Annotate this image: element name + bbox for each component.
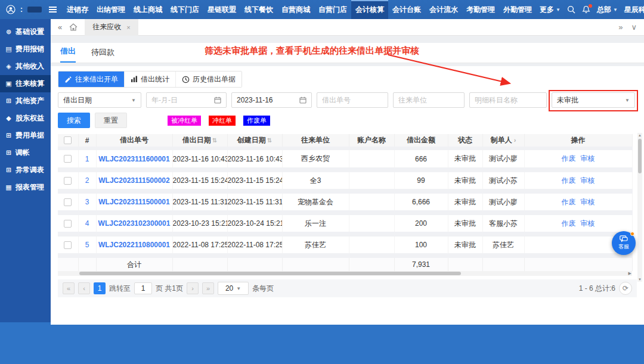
row-action-audit[interactable]: 审核 — [581, 176, 595, 185]
row-index-link[interactable]: 3 — [85, 198, 89, 206]
sort-icon[interactable]: ⇅ — [212, 137, 217, 144]
sidebar-item-2[interactable]: ◈其他收入 — [0, 58, 51, 75]
chevron-down-icon: ▼ — [613, 7, 618, 13]
unit-input[interactable] — [393, 92, 465, 108]
last-page-button[interactable]: » — [202, 282, 214, 294]
topnav-item-5[interactable]: 线下餐饮 — [240, 0, 277, 19]
sidebar-item-6[interactable]: ⊞费用单据 — [0, 127, 51, 144]
topnav-item-6[interactable]: 自营商城 — [277, 0, 314, 19]
prev-page-button[interactable]: ‹ — [78, 282, 90, 294]
notification-bell-icon[interactable] — [582, 5, 590, 14]
sidebar-item-9[interactable]: ▦报表管理 — [0, 179, 51, 196]
sidebar-item-5[interactable]: ◆股东权益 — [0, 110, 51, 127]
status-select[interactable]: 未审批 ▼ — [552, 92, 635, 108]
more-menu[interactable]: 更多▼ — [540, 5, 561, 15]
page-jump-input[interactable] — [134, 282, 152, 294]
bill-no-input[interactable] — [317, 92, 388, 108]
bill-no-link[interactable]: WLJC2023111500002 — [98, 176, 169, 185]
row-index-link[interactable]: 4 — [85, 219, 89, 228]
topnav-item-3[interactable]: 线下门店 — [166, 0, 203, 19]
bill-no-link[interactable]: WLJC2023102300001 — [98, 219, 171, 228]
toolbar-button-0[interactable]: 往来借出开单 — [58, 71, 124, 87]
row-index-link[interactable]: 1 — [85, 155, 89, 163]
refresh-button[interactable]: ⟳ — [619, 282, 632, 295]
scroll-up-arrow-icon[interactable]: ▲ — [637, 133, 642, 138]
column-header-create_date[interactable]: 创建日期⇅ — [227, 134, 282, 148]
topnav-item-9[interactable]: 会计台账 — [388, 0, 425, 19]
search-icon[interactable] — [567, 5, 575, 14]
scroll-down-arrow-icon[interactable]: ▼ — [637, 277, 642, 282]
sidebar-item-4[interactable]: ⊞其他资产 — [0, 92, 51, 110]
row-action-void[interactable]: 作废 — [562, 219, 576, 228]
horizontal-scroll-thumb[interactable] — [79, 272, 461, 275]
sidebar: ⊛基础设置▤费用报销◈其他收入▣往来核算⊞其他资产◆股东权益⊞费用单据⊞调帐⊞异… — [0, 19, 51, 322]
topnav-item-4[interactable]: 星链联盟 — [203, 0, 240, 19]
topnav-item-2[interactable]: 线上商城 — [129, 0, 166, 19]
subject-input[interactable] — [469, 92, 547, 108]
row-action-audit[interactable]: 审核 — [581, 154, 595, 163]
topnav-item-0[interactable]: 进销存 — [63, 0, 92, 19]
reset-button[interactable]: 重置 — [95, 113, 127, 128]
column-header-bill_no: 借出单号 — [96, 134, 172, 148]
date-from-input[interactable]: 年-月-日 — [146, 92, 227, 108]
current-page-button[interactable]: 1 — [94, 282, 106, 294]
home-icon[interactable] — [69, 23, 78, 31]
close-tab-icon[interactable]: × — [126, 24, 130, 31]
row-checkbox[interactable] — [64, 155, 72, 163]
topnav-item-1[interactable]: 出纳管理 — [92, 0, 129, 19]
first-page-button[interactable]: « — [63, 282, 75, 294]
row-action-void[interactable]: 作废 — [562, 198, 576, 206]
bill-no-link[interactable]: WLJC2023111600001 — [98, 155, 169, 163]
row-action-void[interactable]: 作废 — [562, 154, 576, 163]
bill-no-link[interactable]: WLJC2022110800001 — [98, 241, 170, 249]
date-to-input[interactable]: 2023-11-16 — [231, 92, 312, 108]
topnav-item-11[interactable]: 考勤管理 — [462, 0, 499, 19]
tab-list-chevron-icon[interactable]: ∨ — [631, 23, 637, 32]
scroll-right-arrow-icon[interactable]: ▶ — [628, 271, 631, 276]
row-index-link[interactable]: 2 — [85, 176, 89, 185]
horizontal-scrollbar[interactable]: ▶ — [58, 271, 632, 276]
bill-no-link[interactable]: WLJC2023111500001 — [98, 198, 169, 206]
company-selector[interactable]: 星辰科技DEV▼ — [624, 5, 644, 15]
date-type-select[interactable]: 借出日期 ▼ — [58, 92, 141, 108]
toolbar-button-1[interactable]: 借出统计 — [124, 71, 175, 87]
search-button[interactable]: 搜索 — [58, 113, 90, 128]
row-checkbox[interactable] — [64, 220, 72, 228]
row-checkbox[interactable] — [64, 198, 72, 206]
org-selector[interactable]: 总部▼ — [597, 5, 618, 15]
tab-receivables[interactable]: 往来应收 × — [85, 19, 138, 36]
toolbar-button-2[interactable]: 历史借出单据 — [175, 71, 242, 87]
unit-cell: 全3 — [282, 170, 349, 191]
customer-service-button[interactable]: 客服 — [612, 231, 636, 255]
row-action-void[interactable]: 作废 — [562, 176, 576, 185]
column-expand-icon[interactable]: › — [514, 136, 516, 144]
amount-cell: 99 — [394, 170, 448, 191]
sidebar-item-1[interactable]: ▤费用报销 — [0, 41, 51, 58]
vertical-scroll-thumb[interactable] — [638, 139, 642, 173]
next-page-button[interactable]: › — [187, 282, 199, 294]
topnav-item-12[interactable]: 外勤管理 — [499, 0, 536, 19]
page-tab-1[interactable]: 待回款 — [91, 47, 114, 63]
column-header-borrow_date[interactable]: 借出日期⇅ — [172, 134, 227, 148]
topnav-item-10[interactable]: 会计流水 — [425, 0, 462, 19]
vertical-scrollbar[interactable]: ▲ ▼ — [637, 133, 642, 282]
row-checkbox[interactable] — [64, 177, 72, 185]
collapse-sidebar-icon[interactable]: « — [58, 23, 62, 32]
topnav-item-7[interactable]: 自营门店 — [314, 0, 351, 19]
select-all-checkbox[interactable] — [64, 136, 72, 144]
row-checkbox[interactable] — [64, 241, 72, 249]
hamburger-menu-icon[interactable] — [49, 7, 57, 13]
sidebar-item-0[interactable]: ⊛基础设置 — [0, 23, 51, 41]
row-action-audit[interactable]: 审核 — [581, 219, 595, 228]
expand-tabs-icon[interactable]: » — [618, 23, 623, 32]
row-index-link[interactable]: 5 — [85, 241, 89, 249]
sidebar-item-3[interactable]: ▣往来核算 — [0, 75, 51, 92]
row-action-audit[interactable]: 审核 — [581, 198, 595, 206]
sidebar-item-8[interactable]: ⊞异常调表 — [0, 161, 51, 179]
page-size-select[interactable]: 20 ▼ — [218, 282, 249, 295]
user-avatar-icon[interactable] — [6, 5, 16, 14]
sidebar-item-7[interactable]: ⊞调帐 — [0, 144, 51, 161]
page-tab-0[interactable]: 借出 — [60, 46, 76, 63]
topnav-item-8[interactable]: 会计核算 — [351, 0, 388, 19]
sort-icon[interactable]: ⇅ — [267, 137, 272, 144]
